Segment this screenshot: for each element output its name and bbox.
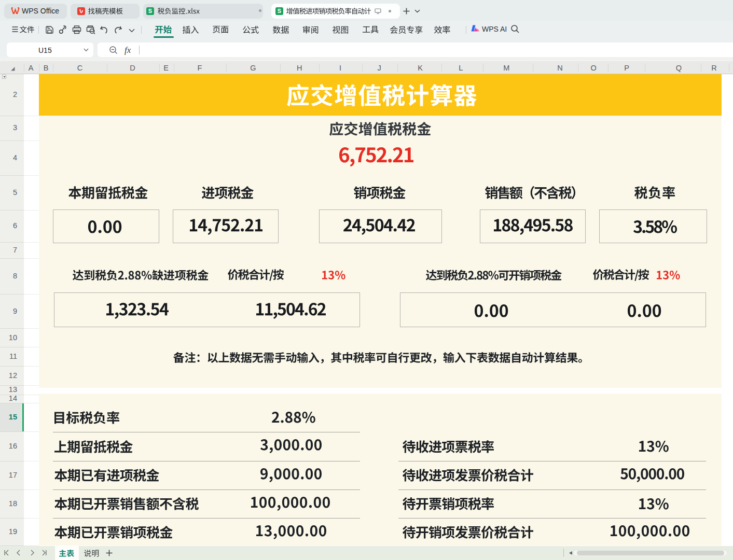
svg-text:S: S xyxy=(278,8,281,14)
svg-text:S: S xyxy=(148,8,152,14)
